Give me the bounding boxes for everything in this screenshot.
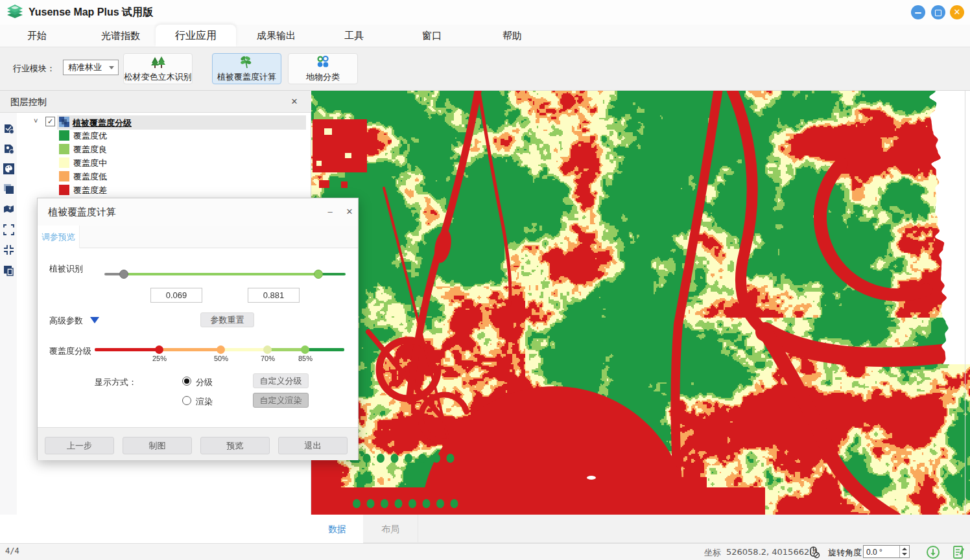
menu-output[interactable]: 成果输出	[246, 25, 306, 47]
dialog-close-icon[interactable]: ✕	[342, 205, 357, 218]
rotation-spinner[interactable]	[899, 546, 909, 557]
pine-wilt-detect-button[interactable]: 松材变色立木识别	[123, 53, 193, 84]
reset-params-button[interactable]: 参数重置	[200, 312, 254, 327]
ribbon-toolbar: 行业模块： 精准林业 松材变色立木识别	[0, 47, 970, 91]
app-logo-icon	[5, 3, 25, 22]
log-list-icon[interactable]	[952, 545, 966, 559]
veg-track-mid	[124, 273, 318, 275]
left-tool-strip	[0, 113, 17, 515]
chevron-down-icon	[109, 66, 114, 69]
layer-name[interactable]: 植被覆盖度分级	[73, 117, 132, 129]
previous-step-button[interactable]: 上一步	[45, 437, 114, 454]
vegetation-coverage-button[interactable]: 植被覆盖度计算	[212, 53, 281, 84]
legend-item: 覆盖度低	[19, 170, 305, 183]
spin-up-icon	[902, 548, 907, 550]
grade-handle-70[interactable]	[263, 345, 272, 354]
grade-handle-50[interactable]	[217, 345, 225, 354]
layer-panel-header: 图层控制 ✕	[0, 91, 311, 113]
tree-expand-icon[interactable]: ˅	[34, 117, 38, 124]
page-indicator: 4/4	[5, 546, 19, 555]
swipe-layer-icon[interactable]	[3, 265, 14, 276]
view-tab-bar: 数据 布局	[311, 515, 970, 543]
grade-track-poor	[95, 348, 160, 351]
tick-85: 85%	[292, 355, 318, 362]
custom-grade-button[interactable]: 自定义分级	[253, 373, 309, 388]
custom-render-button[interactable]: 自定义渲染	[253, 393, 309, 408]
vegetation-coverage-dialog: 植被覆盖度计算 – ✕ 调参预览 植被识别 高级参数 参数重置 覆盖度分级 25…	[37, 198, 359, 460]
grade-track-medium	[221, 348, 268, 351]
radio-render-label: 渲染	[196, 396, 213, 408]
advanced-params-label: 高级参数	[49, 315, 83, 327]
tab-layout[interactable]: 布局	[363, 515, 418, 543]
app-title: Yusense Map Plus 试用版	[29, 0, 153, 25]
full-extent-icon[interactable]	[3, 224, 14, 235]
raster-layer-icon	[59, 117, 69, 127]
refresh-download-icon[interactable]	[926, 545, 940, 559]
legend-swatch-low	[59, 171, 69, 181]
menu-help[interactable]: 帮助	[493, 25, 532, 47]
mouse-coordinate-icon[interactable]	[807, 546, 820, 559]
palette-icon[interactable]	[3, 163, 14, 174]
menu-window[interactable]: 窗口	[412, 25, 451, 47]
preview-button[interactable]: 预览	[200, 437, 270, 454]
panel-bottom-fill	[0, 515, 311, 543]
layer-panel-title: 图层控制	[10, 91, 47, 113]
dialog-title: 植被覆盖度计算	[48, 198, 116, 226]
tab-data[interactable]: 数据	[311, 515, 363, 543]
title-bar: Yusense Map Plus 试用版 ✕	[0, 0, 970, 25]
dialog-minimize-icon[interactable]: –	[323, 205, 337, 218]
tab-param-preview[interactable]: 调参预览	[38, 226, 80, 248]
menu-tools[interactable]: 工具	[335, 25, 373, 47]
classify-circles-icon	[289, 54, 357, 71]
industry-module-select[interactable]: 精准林业	[63, 60, 119, 75]
legend-swatch-medium	[59, 158, 69, 168]
landcover-classify-button[interactable]: 地物分类	[288, 53, 358, 84]
tick-25: 25%	[147, 355, 172, 362]
coordinate-value: 526058.2, 4015662.4	[726, 547, 818, 557]
menu-industry-apps[interactable]: 行业应用	[156, 25, 236, 47]
pine-trees-icon	[124, 54, 192, 71]
tick-70: 70%	[255, 355, 281, 362]
grade-handle-25[interactable]	[155, 345, 163, 354]
dialog-footer: 上一步 制图 预览 退出	[38, 427, 358, 460]
grade-track-good	[268, 348, 305, 351]
make-map-button[interactable]: 制图	[123, 437, 192, 454]
tick-50: 50%	[208, 355, 234, 362]
grade-handle-85[interactable]	[301, 345, 309, 354]
veg-max-handle[interactable]	[314, 270, 323, 279]
veg-min-input[interactable]	[150, 288, 202, 303]
legend-item: 覆盖度差	[19, 183, 305, 197]
veg-detect-label: 植被识别	[49, 263, 83, 275]
layer-visibility-checkbox[interactable]: ✓	[45, 117, 55, 126]
close-button[interactable]: ✕	[950, 5, 964, 19]
dialog-tab-row: 调参预览	[38, 226, 358, 248]
menu-start[interactable]: 开始	[14, 25, 60, 47]
layer-panel-close-icon[interactable]: ✕	[288, 95, 301, 108]
minimize-button[interactable]	[911, 5, 925, 19]
expand-triangle-icon[interactable]	[89, 316, 100, 324]
map-view[interactable]	[311, 91, 970, 515]
legend-item: 覆盖度良	[19, 143, 305, 156]
status-bar: 4/4 坐标 526058.2, 4015662.4 旋转角度	[0, 543, 970, 560]
grade-track-excellent	[305, 348, 344, 351]
vector-add-icon[interactable]	[3, 123, 14, 134]
veg-min-handle[interactable]	[119, 270, 128, 279]
radio-graded-label: 分级	[196, 377, 213, 388]
rotation-input[interactable]	[865, 546, 900, 559]
industry-module-label: 行业模块：	[13, 63, 55, 75]
exit-button[interactable]: 退出	[278, 437, 348, 454]
layers-icon[interactable]	[3, 183, 14, 194]
radio-render[interactable]	[182, 396, 191, 405]
fit-view-icon[interactable]	[3, 244, 14, 255]
veg-max-input[interactable]	[248, 288, 300, 303]
menu-spectral-index[interactable]: 光谱指数	[91, 25, 150, 47]
legend-swatch-excellent	[59, 130, 69, 141]
radio-graded[interactable]	[182, 377, 191, 386]
basemap-icon[interactable]	[3, 204, 14, 215]
coordinate-label: 坐标	[704, 547, 721, 559]
maximize-button[interactable]	[931, 5, 945, 19]
map-canvas[interactable]	[311, 91, 970, 515]
raster-add-icon[interactable]	[3, 143, 14, 154]
legend-item: 覆盖度中	[19, 156, 305, 170]
legend-item: 覆盖度优	[19, 129, 305, 143]
